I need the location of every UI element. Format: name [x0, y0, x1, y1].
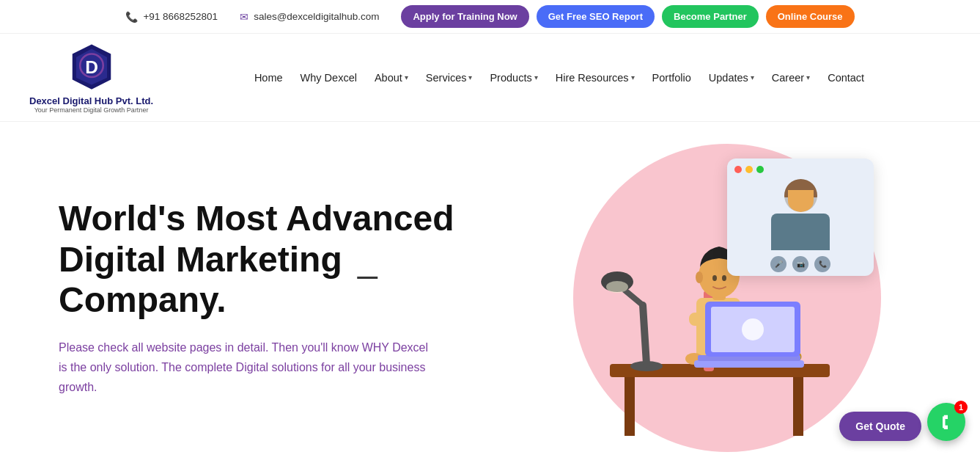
career-chevron-icon: ▾ — [806, 73, 810, 81]
nav-why-dexcel[interactable]: Why Dexcel — [293, 68, 364, 88]
become-partner-button[interactable]: Become Partner — [662, 5, 759, 28]
svg-point-21 — [696, 271, 703, 283]
video-controls: 🎤 📷 📞 — [734, 256, 866, 272]
nav-services[interactable]: Services ▾ — [419, 68, 480, 88]
hero-image-area: 🎤 📷 📞 — [533, 144, 921, 452]
nav-about[interactable]: About ▾ — [367, 68, 416, 88]
whatsapp-badge: 1 — [954, 401, 968, 414]
hero-title-line2: Digital Marketing — [59, 240, 342, 279]
nav-hire-resources[interactable]: Hire Resources ▾ — [548, 68, 642, 88]
online-course-button[interactable]: Online Course — [766, 5, 855, 28]
video-person — [734, 179, 866, 250]
hero-text: World's Most Advanced Digital Marketing … — [59, 198, 533, 397]
top-bar: 📞 +91 8668252801 ✉ sales@dexceldigitalhu… — [0, 0, 980, 34]
whatsapp-icon: 🕻 — [936, 410, 957, 434]
contacts-group: 📞 +91 8668252801 ✉ sales@dexceldigitalhu… — [125, 11, 379, 23]
nav-home[interactable]: Home — [247, 68, 290, 88]
svg-rect-24 — [694, 360, 804, 368]
video-person-body — [771, 214, 830, 250]
ctrl-btn-2: 📷 — [792, 256, 808, 272]
navbar: D Dexcel Digital Hub Pvt. Ltd. Your Perm… — [0, 34, 980, 122]
email-icon: ✉ — [240, 11, 248, 23]
nav-updates[interactable]: Updates ▾ — [701, 68, 762, 88]
hero-title-line1: World's Most Advanced — [59, 199, 454, 238]
logo-name: Dexcel Digital Hub Pvt. Ltd. — [29, 95, 153, 106]
phone-contact: 📞 +91 8668252801 — [125, 11, 218, 23]
get-quote-button[interactable]: Get Quote — [839, 412, 921, 441]
svg-rect-6 — [793, 377, 803, 436]
hero-section: World's Most Advanced Digital Marketing … — [0, 122, 980, 463]
hero-illustration: 🎤 📷 📞 — [581, 144, 874, 452]
video-person-face — [788, 190, 814, 212]
email-address: sales@dexceldigitalhub.com — [254, 11, 379, 22]
ctrl-btn-3: 📞 — [814, 256, 830, 272]
video-person-head — [784, 179, 817, 212]
nav-products[interactable]: Products ▾ — [482, 68, 545, 88]
phone-number: +91 8668252801 — [143, 11, 218, 22]
svg-text:D: D — [85, 57, 98, 77]
logo-tagline: Your Permanent Digital Growth Partner — [34, 106, 149, 114]
svg-point-22 — [712, 275, 717, 281]
whatsapp-button[interactable]: 🕻 1 — [927, 403, 965, 441]
video-call-card: 🎤 📷 📞 — [727, 158, 874, 276]
products-chevron-icon: ▾ — [534, 73, 538, 81]
svg-line-8 — [643, 305, 646, 364]
cta-buttons: Apply for Training Now Get Free SEO Repo… — [401, 5, 854, 28]
get-seo-report-button[interactable]: Get Free SEO Report — [537, 5, 655, 28]
nav-career[interactable]: Career ▾ — [765, 68, 817, 88]
dot-green — [756, 166, 764, 173]
services-chevron-icon: ▾ — [468, 73, 472, 81]
hero-title-line3: Company. — [59, 280, 226, 319]
updates-chevron-icon: ▾ — [751, 73, 754, 81]
logo-area: D Dexcel Digital Hub Pvt. Ltd. Your Perm… — [29, 41, 153, 114]
ctrl-btn-1: 🎤 — [770, 256, 786, 272]
nav-portfolio[interactable]: Portfolio — [645, 68, 699, 88]
hero-title: World's Most Advanced Digital Marketing … — [59, 198, 533, 320]
svg-point-23 — [722, 275, 726, 281]
logo-svg: D — [66, 41, 117, 92]
email-contact: ✉ sales@dexceldigitalhub.com — [240, 11, 379, 23]
phone-icon: 📞 — [125, 11, 138, 23]
dot-yellow — [745, 166, 753, 173]
hero-subtitle: Please check all website pages in detail… — [59, 338, 440, 398]
svg-point-28 — [742, 318, 764, 340]
hero-cursor: _ — [358, 239, 377, 280]
window-dots — [734, 166, 866, 173]
about-chevron-icon: ▾ — [405, 73, 408, 81]
nav-contact[interactable]: Contact — [820, 68, 872, 88]
svg-rect-5 — [625, 377, 635, 436]
hire-chevron-icon: ▾ — [631, 73, 635, 81]
apply-training-button[interactable]: Apply for Training Now — [401, 5, 528, 28]
svg-point-11 — [606, 281, 628, 293]
dot-red — [734, 166, 742, 173]
nav-links: Home Why Dexcel About ▾ Services ▾ Produ… — [168, 68, 951, 88]
